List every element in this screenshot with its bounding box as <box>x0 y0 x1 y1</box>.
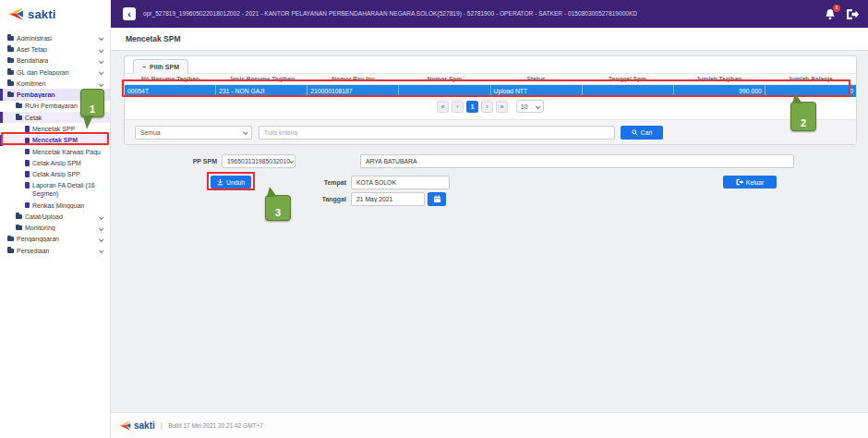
folder-icon <box>16 214 22 219</box>
folder-icon <box>7 47 14 52</box>
column-header: Jenis Resume Tagihan <box>216 76 307 82</box>
build-info: Build 17 Mei 2021 20.21.42 GMT+7 <box>168 422 263 429</box>
column-header: Jumlah Belanja <box>765 76 856 82</box>
calendar-button[interactable] <box>428 192 446 206</box>
first-page-button[interactable]: « <box>437 101 449 113</box>
sidebar-item-pembayaran[interactable]: Pembayaran <box>0 89 110 100</box>
folder-icon <box>16 225 22 230</box>
chevron-down-icon <box>536 103 540 108</box>
app-footer: sakti | Build 17 Mei 2021 20.21.42 GMT+7 <box>111 412 868 438</box>
sidebar-item-aset-tetap[interactable]: Aset Tetap <box>0 43 110 55</box>
sidebar-item-monitoring[interactable]: Monitoring <box>0 222 110 233</box>
download-icon <box>217 178 223 186</box>
cell-nomor-rev-inv: 210000108187 <box>307 85 398 97</box>
page-title: Mencetak SPM <box>126 34 181 43</box>
chevron-down-icon <box>99 214 103 219</box>
file-icon <box>25 202 30 209</box>
sidebar-item-cetak-arsip-spp[interactable]: Cetak Arsip SPP <box>0 169 110 180</box>
pilih-spm-panel: − Pilih SPM No Resume Tagihan Jenis Resu… <box>124 55 857 145</box>
folder-icon <box>7 237 14 241</box>
folder-icon <box>7 36 14 41</box>
file-icon <box>25 160 30 166</box>
column-header: Nomor Spm <box>399 76 490 82</box>
file-icon <box>25 149 30 155</box>
back-button[interactable]: ‹ <box>123 7 136 20</box>
column-header: Status <box>490 76 582 82</box>
cell-status: Upload NTT <box>490 85 582 97</box>
chevron-down-icon <box>289 159 294 164</box>
unduh-button[interactable]: Unduh <box>211 176 251 189</box>
cari-button[interactable]: Cari <box>621 126 663 140</box>
chevron-down-icon <box>99 249 103 253</box>
logout-icon[interactable] <box>846 8 859 20</box>
folder-icon <box>7 249 14 253</box>
chevron-down-icon <box>99 36 103 41</box>
file-icon <box>25 138 30 144</box>
filter-criteria-input[interactable] <box>259 126 615 140</box>
file-icon <box>25 171 30 177</box>
folder-icon <box>16 116 22 120</box>
page-1-button[interactable]: 1 <box>466 101 478 113</box>
cell-jumlah-belanja: 0 <box>765 85 856 97</box>
last-page-button[interactable]: » <box>496 101 508 113</box>
chevron-down-icon <box>99 58 103 63</box>
table-row[interactable]: 00054T 231 - NON GAJI 210000108187 Uploa… <box>125 85 856 97</box>
tempat-input[interactable] <box>351 176 450 189</box>
sakti-logo-icon <box>120 420 131 431</box>
pp-spm-label: PP SPM <box>162 154 217 168</box>
notification-bell-icon[interactable]: 1 <box>825 8 836 20</box>
folder-icon <box>7 58 14 63</box>
next-page-button[interactable]: › <box>481 101 493 113</box>
cell-tanggal-spm <box>582 85 673 97</box>
sidebar-item-bendahara[interactable]: Bendahara <box>0 55 110 67</box>
cell-nomor-spm <box>398 85 489 97</box>
column-header: Tanggal Spm <box>582 76 673 82</box>
cell-jumlah-tagihan: 990.000 <box>673 85 765 97</box>
folder-icon <box>7 81 14 86</box>
calendar-icon <box>433 195 441 203</box>
filter-category-select[interactable]: Semua <box>135 126 252 140</box>
sidebar-item-mencetak-karwas-pagu[interactable]: Mencetak Karwas Pagu <box>0 146 110 157</box>
tab-pilih-spm[interactable]: − Pilih SPM <box>133 59 188 74</box>
brand-name: sakti <box>28 7 56 21</box>
keluar-button[interactable]: Keluar <box>723 176 777 189</box>
main-content: Mencetak SPM − Pilih SPM No Resume Tagih… <box>111 28 868 438</box>
footer-separator: | <box>161 421 163 431</box>
exit-icon <box>736 178 743 186</box>
chevron-down-icon <box>99 47 103 52</box>
sidebar-item-gl-dan-pelaporan[interactable]: GL dan Pelaporan <box>0 67 110 78</box>
sidebar-item-mencetak-spm[interactable]: Mencetak SPM <box>0 135 110 146</box>
sidebar-item-penganggaran[interactable]: Penganggaran <box>0 234 110 245</box>
table-header-row: No Resume Tagihan Jenis Resume Tagihan N… <box>125 74 856 85</box>
tanggal-input[interactable] <box>351 192 425 206</box>
sidebar-item-cetak[interactable]: Cetak <box>0 112 110 123</box>
sidebar-item-administrasi[interactable]: Administrasi <box>0 32 110 43</box>
folder-icon <box>7 70 14 75</box>
app-logo: sakti <box>0 0 111 28</box>
column-header: No Resume Tagihan <box>125 76 216 82</box>
sidebar-item-ruh-pembayaran[interactable]: RUH Pembayaran <box>0 101 110 112</box>
sidebar-item-renkas-mingguan[interactable]: Renkas Mingguan <box>0 200 110 211</box>
sidebar-item-laporan-fa-detail[interactable]: Laporan FA Detail (16 Segmen) <box>0 180 110 200</box>
folder-icon <box>7 92 14 97</box>
sidebar-item-komitmen[interactable]: Komitmen <box>0 78 110 89</box>
tanggal-label: Tanggal <box>289 192 346 206</box>
pagination: « ‹ 1 › » 10 <box>125 100 856 113</box>
sidebar-item-catat-upload[interactable]: Catat/Upload <box>0 211 110 222</box>
pp-spm-name-input[interactable] <box>360 154 794 168</box>
sidebar-item-persediaan[interactable]: Persediaan <box>0 245 110 256</box>
file-icon <box>25 126 30 132</box>
chevron-down-icon <box>243 130 247 135</box>
sidebar-item-cetak-arsip-spm[interactable]: Cetak Arsip SPM <box>0 157 110 168</box>
notification-badge: 1 <box>833 5 840 12</box>
filter-bar: Semua Cari <box>125 119 856 144</box>
column-header: Nomor Rev Inv <box>307 76 399 82</box>
sidebar-item-mencetak-spp[interactable]: Mencetak SPP <box>0 123 110 134</box>
sakti-logo-icon <box>9 7 24 20</box>
page-size-select[interactable]: 10 <box>516 100 544 113</box>
pp-spm-select[interactable]: 196503131985032010 <box>222 154 295 168</box>
column-header: Jumlah Tagihan <box>673 76 765 82</box>
search-icon <box>632 129 638 136</box>
prev-page-button[interactable]: ‹ <box>452 101 464 113</box>
footer-logo: sakti <box>120 420 155 431</box>
